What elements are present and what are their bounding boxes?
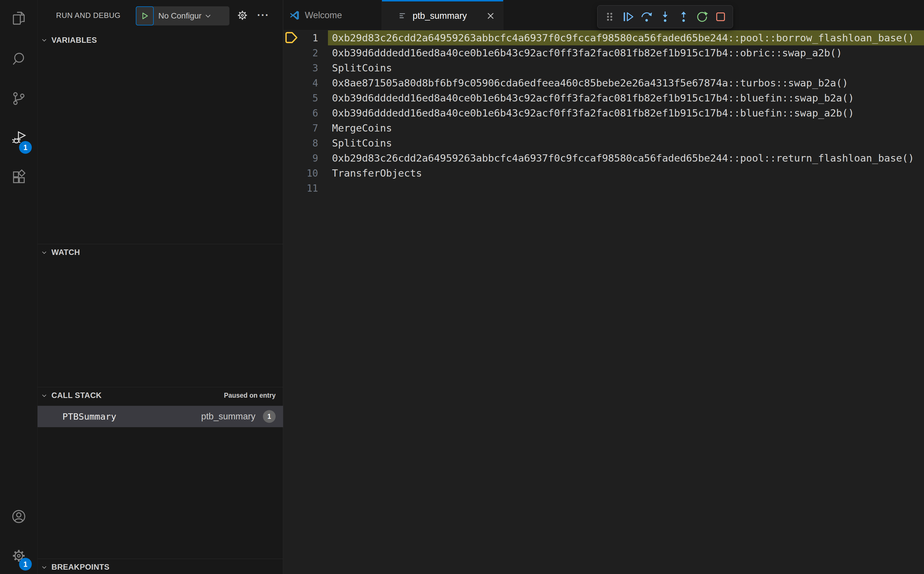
code-text: SplitCoins — [328, 60, 924, 76]
line-number: 10 — [300, 168, 318, 179]
breakpoint-gutter[interactable] — [283, 136, 300, 151]
debug-pause-marker-icon — [285, 32, 299, 44]
breakpoint-gutter[interactable] — [283, 166, 300, 181]
section-title: WATCH — [52, 248, 80, 257]
line-number: 1 — [300, 32, 318, 44]
chevron-down-icon — [41, 249, 47, 256]
section-title: VARIABLES — [52, 36, 97, 45]
step-into-button[interactable] — [656, 5, 674, 28]
code-line: 3 SplitCoins — [283, 60, 924, 76]
chevron-down-icon — [41, 37, 47, 43]
tab-ptb-summary[interactable]: ptb_summary — [382, 0, 503, 30]
call-stack-frame-row[interactable]: PTBSummary ptb_summary 1 — [38, 406, 283, 427]
breakpoint-gutter[interactable] — [283, 181, 300, 196]
code-text: SplitCoins — [328, 136, 924, 151]
chevron-down-icon — [41, 564, 47, 571]
vscode-logo-icon — [289, 9, 300, 21]
close-tab-icon[interactable] — [486, 11, 496, 21]
play-icon — [140, 11, 150, 20]
chevron-down-icon — [41, 393, 47, 399]
code-text: 0x8ae871505a80d8bf6bf9c05906cda6edfeea46… — [328, 76, 924, 90]
sidebar-title: RUN AND DEBUG — [56, 11, 121, 20]
code-line: 10 TransferObjects — [283, 166, 924, 181]
tab-label: Welcome — [305, 10, 342, 20]
breakpoint-gutter[interactable] — [283, 46, 300, 60]
line-number: 11 — [300, 183, 318, 194]
line-number: 3 — [300, 62, 318, 74]
start-debugging-button[interactable] — [136, 6, 154, 25]
breakpoint-gutter[interactable] — [283, 60, 300, 76]
tab-label: ptb_summary — [412, 11, 467, 21]
breakpoint-gutter[interactable] — [283, 90, 300, 106]
explorer-icon[interactable] — [10, 10, 27, 27]
code-text: 0xb39d6dddedd16ed8a40ce0b1e6b43c92acf0ff… — [328, 46, 924, 60]
code-text: 0xb39d6dddedd16ed8a40ce0b1e6b43c92acf0ff… — [328, 90, 924, 106]
account-icon[interactable] — [10, 508, 27, 525]
frame-source-file: ptb_summary — [201, 411, 255, 422]
section-title: CALL STACK — [52, 391, 102, 400]
stop-button[interactable] — [711, 5, 730, 28]
continue-button[interactable] — [619, 5, 638, 28]
debug-config-dropdown[interactable]: No Configur — [136, 6, 230, 25]
watch-section-header[interactable]: WATCH — [38, 244, 283, 261]
config-dropdown-label: No Configur — [158, 11, 201, 20]
code-text: 0xb39d6dddedd16ed8a40ce0b1e6b43c92acf0ff… — [328, 106, 924, 120]
activity-bar: 1 1 — [0, 0, 38, 574]
settings-badge: 1 — [19, 558, 32, 571]
line-number: 2 — [300, 47, 318, 59]
code-line: 2 0xb39d6dddedd16ed8a40ce0b1e6b43c92acf0… — [283, 46, 924, 60]
run-and-debug-sidebar: RUN AND DEBUG No Configur ··· VARIABLES … — [38, 0, 283, 574]
frame-badge: 1 — [263, 410, 275, 423]
code-line: 9 0xb29d83c26cdd2a64959263abbcfc4a6937f0… — [283, 151, 924, 166]
variables-section-header[interactable]: VARIABLES — [38, 32, 283, 49]
code-line: 1 0xb29d83c26cdd2a64959263abbcfc4a6937f0… — [283, 30, 924, 46]
more-actions-button[interactable]: ··· — [256, 8, 271, 22]
code-line: 5 0xb39d6dddedd16ed8a40ce0b1e6b43c92acf0… — [283, 90, 924, 106]
call-stack-section-header[interactable]: CALL STACK Paused on entry — [38, 387, 283, 404]
line-number: 6 — [300, 107, 318, 119]
breakpoint-gutter[interactable] — [283, 106, 300, 120]
debug-badge: 1 — [19, 141, 32, 154]
chevron-down-icon — [204, 12, 212, 20]
code-text: TransferObjects — [328, 166, 924, 181]
extensions-icon[interactable] — [10, 169, 27, 186]
breakpoint-gutter[interactable] — [283, 151, 300, 166]
code-line: 6 0xb39d6dddedd16ed8a40ce0b1e6b43c92acf0… — [283, 106, 924, 120]
debug-toolbar — [597, 5, 733, 28]
line-number: 4 — [300, 77, 318, 89]
restart-button[interactable] — [693, 5, 711, 28]
line-number: 9 — [300, 153, 318, 164]
code-line: 7 MergeCoins — [283, 120, 924, 136]
tab-welcome[interactable]: Welcome — [283, 0, 382, 30]
editor-group: Welcome ptb_summary — [283, 0, 924, 574]
breakpoint-gutter[interactable] — [283, 30, 300, 46]
line-number: 7 — [300, 123, 318, 134]
search-icon[interactable] — [10, 51, 27, 68]
toolbar-drag-handle[interactable] — [600, 5, 619, 28]
code-editor[interactable]: 1 0xb29d83c26cdd2a64959263abbcfc4a6937f0… — [283, 30, 924, 574]
call-stack-status: Paused on entry — [224, 392, 283, 399]
breakpoint-gutter[interactable] — [283, 76, 300, 90]
list-file-icon — [398, 11, 408, 21]
breakpoint-gutter[interactable] — [283, 120, 300, 136]
section-title: BREAKPOINTS — [52, 563, 110, 572]
code-text: 0xb29d83c26cdd2a64959263abbcfc4a6937f0c9… — [328, 30, 924, 46]
line-number: 8 — [300, 137, 318, 149]
code-line: 4 0x8ae871505a80d8bf6bf9c05906cda6edfeea… — [283, 76, 924, 90]
code-line: 8 SplitCoins — [283, 136, 924, 151]
code-line: 11 — [283, 181, 924, 196]
breakpoints-section-header[interactable]: BREAKPOINTS — [38, 559, 283, 574]
debug-settings-gear-button[interactable] — [235, 8, 250, 22]
source-control-icon[interactable] — [10, 90, 27, 107]
code-text — [328, 181, 924, 196]
code-text: MergeCoins — [328, 120, 924, 136]
step-over-button[interactable] — [638, 5, 656, 28]
code-text: 0xb29d83c26cdd2a64959263abbcfc4a6937f0c9… — [328, 151, 924, 166]
line-number: 5 — [300, 93, 318, 104]
frame-name: PTBSummary — [62, 411, 116, 422]
step-out-button[interactable] — [674, 5, 693, 28]
